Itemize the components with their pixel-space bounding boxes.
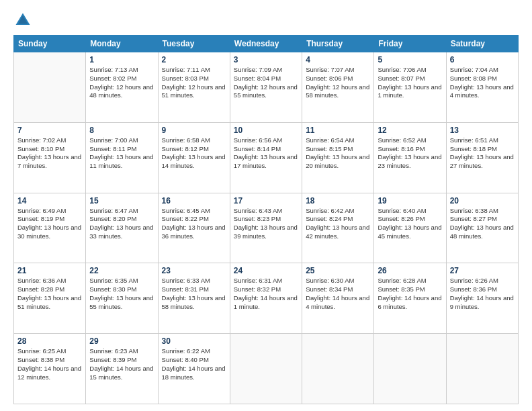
day-number: 20: [450, 196, 515, 205]
day-info: Sunrise: 6:56 AMSunset: 8:14 PMDaylight:…: [234, 136, 298, 171]
day-number: 30: [162, 336, 226, 346]
day-number: 22: [89, 266, 154, 275]
day-number: 1: [89, 55, 154, 64]
calendar-cell: 13Sunrise: 6:51 AMSunset: 8:18 PMDayligh…: [446, 122, 518, 193]
day-number: 11: [306, 126, 370, 135]
calendar-cell: 1Sunrise: 7:13 AMSunset: 8:02 PMDaylight…: [86, 52, 158, 123]
day-number: 13: [450, 126, 515, 135]
day-number: 15: [89, 196, 154, 205]
day-info: Sunrise: 7:04 AMSunset: 8:08 PMDaylight:…: [450, 66, 515, 100]
day-info: Sunrise: 6:25 AMSunset: 8:38 PMDaylight:…: [17, 347, 82, 381]
calendar-cell: 15Sunrise: 6:47 AMSunset: 8:20 PMDayligh…: [86, 193, 158, 263]
weekday-header-saturday: Saturday: [446, 36, 518, 52]
day-info: Sunrise: 6:43 AMSunset: 8:23 PMDaylight:…: [234, 207, 298, 241]
calendar-week-row: 28Sunrise: 6:25 AMSunset: 8:38 PMDayligh…: [14, 334, 519, 404]
calendar-cell: 12Sunrise: 6:52 AMSunset: 8:16 PMDayligh…: [374, 122, 446, 193]
day-info: Sunrise: 6:51 AMSunset: 8:18 PMDaylight:…: [450, 136, 515, 171]
day-number: 26: [378, 266, 442, 275]
day-number: 2: [162, 55, 226, 64]
calendar-cell: 25Sunrise: 6:30 AMSunset: 8:34 PMDayligh…: [302, 263, 374, 334]
calendar-cell: 2Sunrise: 7:11 AMSunset: 8:03 PMDaylight…: [158, 52, 230, 123]
calendar-cell: 8Sunrise: 7:00 AMSunset: 8:11 PMDaylight…: [86, 122, 158, 193]
day-info: Sunrise: 6:36 AMSunset: 8:28 PMDaylight:…: [17, 277, 82, 311]
calendar-cell: 20Sunrise: 6:38 AMSunset: 8:27 PMDayligh…: [446, 193, 518, 263]
day-number: 14: [17, 196, 82, 205]
weekday-header-thursday: Thursday: [302, 36, 374, 52]
day-info: Sunrise: 6:26 AMSunset: 8:36 PMDaylight:…: [450, 277, 515, 311]
day-number: 29: [89, 336, 154, 346]
day-info: Sunrise: 6:54 AMSunset: 8:15 PMDaylight:…: [306, 136, 370, 171]
calendar-cell: 5Sunrise: 7:06 AMSunset: 8:07 PMDaylight…: [374, 52, 446, 123]
day-info: Sunrise: 6:58 AMSunset: 8:12 PMDaylight:…: [162, 136, 226, 171]
day-info: Sunrise: 6:45 AMSunset: 8:22 PMDaylight:…: [162, 207, 226, 241]
day-info: Sunrise: 6:22 AMSunset: 8:40 PMDaylight:…: [162, 347, 226, 381]
day-number: 24: [234, 266, 298, 275]
day-number: 9: [162, 126, 226, 135]
day-info: Sunrise: 6:31 AMSunset: 8:32 PMDaylight:…: [234, 277, 298, 311]
calendar-cell: 23Sunrise: 6:33 AMSunset: 8:31 PMDayligh…: [158, 263, 230, 334]
page: SundayMondayTuesdayWednesdayThursdayFrid…: [0, 0, 532, 411]
day-info: Sunrise: 6:49 AMSunset: 8:19 PMDaylight:…: [17, 207, 82, 241]
weekday-header-tuesday: Tuesday: [158, 36, 230, 52]
logo-icon: [13, 11, 32, 30]
day-info: Sunrise: 6:47 AMSunset: 8:20 PMDaylight:…: [89, 207, 154, 241]
day-number: 4: [306, 55, 370, 64]
calendar-cell: 26Sunrise: 6:28 AMSunset: 8:35 PMDayligh…: [374, 263, 446, 334]
calendar-cell: 29Sunrise: 6:23 AMSunset: 8:39 PMDayligh…: [86, 334, 158, 404]
day-info: Sunrise: 6:35 AMSunset: 8:30 PMDaylight:…: [89, 277, 154, 311]
day-info: Sunrise: 7:07 AMSunset: 8:06 PMDaylight:…: [306, 66, 370, 100]
day-number: 7: [17, 126, 82, 135]
calendar-cell: 19Sunrise: 6:40 AMSunset: 8:26 PMDayligh…: [374, 193, 446, 263]
weekday-header-wednesday: Wednesday: [230, 36, 302, 52]
day-number: 19: [378, 196, 442, 205]
calendar-cell: 16Sunrise: 6:45 AMSunset: 8:22 PMDayligh…: [158, 193, 230, 263]
day-number: 23: [162, 266, 226, 275]
day-info: Sunrise: 7:13 AMSunset: 8:02 PMDaylight:…: [89, 66, 154, 100]
calendar-cell: [446, 334, 518, 404]
calendar-cell: 7Sunrise: 7:02 AMSunset: 8:10 PMDaylight…: [14, 122, 86, 193]
day-info: Sunrise: 6:38 AMSunset: 8:27 PMDaylight:…: [450, 207, 515, 241]
day-number: 3: [234, 55, 298, 64]
calendar-cell: [230, 334, 302, 404]
day-info: Sunrise: 6:23 AMSunset: 8:39 PMDaylight:…: [89, 347, 154, 381]
weekday-header-sunday: Sunday: [14, 36, 86, 52]
day-info: Sunrise: 6:42 AMSunset: 8:24 PMDaylight:…: [306, 207, 370, 241]
day-number: 5: [378, 55, 442, 64]
calendar-cell: 18Sunrise: 6:42 AMSunset: 8:24 PMDayligh…: [302, 193, 374, 263]
day-info: Sunrise: 7:06 AMSunset: 8:07 PMDaylight:…: [378, 66, 442, 100]
weekday-header-friday: Friday: [374, 36, 446, 52]
calendar-cell: [302, 334, 374, 404]
calendar-cell: 9Sunrise: 6:58 AMSunset: 8:12 PMDaylight…: [158, 122, 230, 193]
day-number: 28: [17, 336, 82, 346]
day-info: Sunrise: 6:30 AMSunset: 8:34 PMDaylight:…: [306, 277, 370, 311]
calendar-cell: 11Sunrise: 6:54 AMSunset: 8:15 PMDayligh…: [302, 122, 374, 193]
day-info: Sunrise: 6:40 AMSunset: 8:26 PMDaylight:…: [378, 207, 442, 241]
logo: [13, 11, 35, 30]
calendar-cell: 17Sunrise: 6:43 AMSunset: 8:23 PMDayligh…: [230, 193, 302, 263]
calendar-cell: [14, 52, 86, 123]
calendar-cell: 3Sunrise: 7:09 AMSunset: 8:04 PMDaylight…: [230, 52, 302, 123]
calendar-cell: 24Sunrise: 6:31 AMSunset: 8:32 PMDayligh…: [230, 263, 302, 334]
calendar-cell: [374, 334, 446, 404]
calendar-cell: 30Sunrise: 6:22 AMSunset: 8:40 PMDayligh…: [158, 334, 230, 404]
day-number: 18: [306, 196, 370, 205]
day-number: 12: [378, 126, 442, 135]
calendar-week-row: 7Sunrise: 7:02 AMSunset: 8:10 PMDaylight…: [14, 122, 519, 193]
day-number: 8: [89, 126, 154, 135]
weekday-header-monday: Monday: [86, 36, 158, 52]
header: [13, 11, 519, 30]
calendar-week-row: 1Sunrise: 7:13 AMSunset: 8:02 PMDaylight…: [14, 52, 519, 123]
weekday-header-row: SundayMondayTuesdayWednesdayThursdayFrid…: [14, 36, 519, 52]
day-info: Sunrise: 6:52 AMSunset: 8:16 PMDaylight:…: [378, 136, 442, 171]
day-number: 6: [450, 55, 515, 64]
calendar-cell: 6Sunrise: 7:04 AMSunset: 8:08 PMDaylight…: [446, 52, 518, 123]
day-info: Sunrise: 7:00 AMSunset: 8:11 PMDaylight:…: [89, 136, 154, 171]
calendar-table: SundayMondayTuesdayWednesdayThursdayFrid…: [13, 35, 519, 404]
calendar-week-row: 14Sunrise: 6:49 AMSunset: 8:19 PMDayligh…: [14, 193, 519, 263]
calendar-cell: 27Sunrise: 6:26 AMSunset: 8:36 PMDayligh…: [446, 263, 518, 334]
calendar-cell: 14Sunrise: 6:49 AMSunset: 8:19 PMDayligh…: [14, 193, 86, 263]
day-number: 27: [450, 266, 515, 275]
calendar-cell: 10Sunrise: 6:56 AMSunset: 8:14 PMDayligh…: [230, 122, 302, 193]
calendar-cell: 22Sunrise: 6:35 AMSunset: 8:30 PMDayligh…: [86, 263, 158, 334]
day-info: Sunrise: 6:33 AMSunset: 8:31 PMDaylight:…: [162, 277, 226, 311]
